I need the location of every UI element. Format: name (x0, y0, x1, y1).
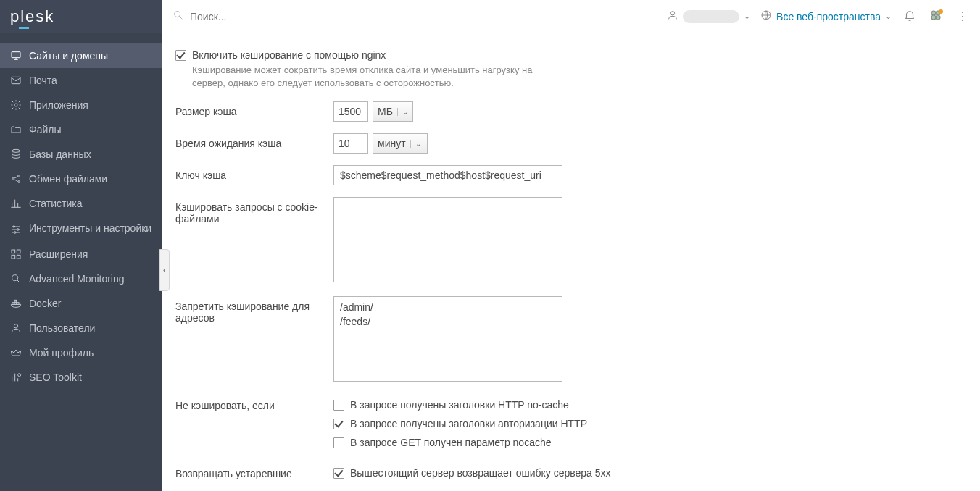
cache-size-unit-select[interactable]: МБ ⌄ (373, 101, 413, 122)
sidebar-item-10[interactable]: Docker (0, 291, 162, 316)
sidebar-item-label: Статистика (29, 198, 83, 209)
cache-key-label: Ключ кэша (175, 165, 333, 185)
notifications-button[interactable] (902, 9, 918, 25)
chevron-left-icon: ‹ (163, 265, 166, 275)
sidebar-item-5[interactable]: Обмен файлами (0, 167, 162, 191)
sidebar-item-label: Пользователи (29, 322, 95, 334)
sidebar-item-4[interactable]: Базы данных (0, 142, 162, 167)
share-icon (10, 173, 22, 185)
seo-icon (10, 372, 22, 383)
nocache-if-label: Не кэшировать, если (175, 395, 333, 452)
cache-cookies-textarea[interactable] (333, 197, 562, 282)
svg-rect-18 (14, 300, 17, 302)
nocache-opt-label-1: В запросе получены заголовки авторизации… (350, 418, 587, 429)
svg-rect-13 (17, 255, 20, 259)
svg-rect-12 (12, 255, 15, 259)
docker-icon (10, 298, 22, 309)
disable-for-textarea[interactable] (333, 296, 562, 382)
cache-timeout-label: Время ожидания кэша (175, 133, 333, 154)
sidebar-item-label: Сайты и домены (29, 50, 108, 62)
svg-point-28 (936, 15, 940, 20)
cache-size-input[interactable] (333, 101, 368, 122)
svg-rect-0 (12, 52, 20, 58)
chevron-down-icon: ⌄ (397, 108, 408, 116)
sidebar-item-0[interactable]: Сайты и домены (0, 43, 162, 68)
sidebar-item-label: Обмен файлами (29, 173, 107, 185)
more-vertical-icon: ⋮ (957, 9, 968, 23)
sidebar-item-1[interactable]: Почта (0, 68, 162, 93)
subscriptions-label: Все веб-пространства (776, 11, 881, 22)
monitor-icon (10, 50, 22, 62)
search-input[interactable] (190, 11, 393, 22)
sidebar-item-13[interactable]: SEO Toolkit (0, 365, 162, 390)
sliders-icon (10, 224, 22, 235)
nocache-opt-label-0: В запросе получены заголовки HTTP no-cac… (350, 399, 569, 411)
username-placeholder (683, 10, 739, 23)
svg-rect-11 (17, 250, 20, 253)
extensions-button[interactable] (928, 9, 944, 25)
svg-rect-1 (12, 77, 20, 83)
database-icon (10, 148, 22, 160)
sidebar-item-label: Приложения (29, 99, 88, 111)
sidebar-item-label: Расширения (29, 248, 88, 260)
stale-opt-checkbox-0[interactable] (333, 468, 344, 479)
cache-timeout-unit-select[interactable]: минут ⌄ (373, 133, 428, 154)
subscriptions-menu[interactable]: Все веб-пространства ⌄ (760, 9, 892, 23)
sidebar-item-3[interactable]: Файлы (0, 117, 162, 142)
sidebar-item-label: Почта (29, 75, 57, 86)
collapse-sidebar-toggle[interactable]: ‹ (159, 249, 170, 291)
sidebar-item-2[interactable]: Приложения (0, 93, 162, 117)
svg-point-21 (175, 12, 180, 17)
user-menu[interactable]: ⌄ (667, 9, 750, 23)
sidebar-item-12[interactable]: Мой профиль (0, 340, 162, 365)
svg-point-20 (18, 374, 21, 377)
sidebar-item-7[interactable]: Инструменты и настройки (0, 216, 162, 242)
nocache-opt-checkbox-2[interactable] (333, 437, 344, 448)
enable-caching-hint: Кэширование может сократить время отклик… (192, 64, 540, 90)
page-content: Включить кэширование с помощью nginx Кэш… (162, 33, 980, 491)
nocache-opt-label-2: В запросе GET получен параметр nocache (350, 437, 552, 448)
enable-caching-checkbox[interactable] (175, 50, 186, 61)
logo[interactable]: plesk (0, 0, 162, 33)
search-icon (173, 9, 184, 23)
chevron-down-icon: ⌄ (744, 12, 750, 21)
crown-icon (10, 347, 22, 358)
svg-point-4 (12, 178, 14, 180)
sidebar-item-6[interactable]: Статистика (0, 191, 162, 216)
disable-for-label: Запретить кэширование для адресов (175, 296, 333, 384)
svg-point-27 (931, 15, 936, 20)
user-icon (667, 9, 678, 23)
sidebar-item-label: Docker (29, 298, 61, 309)
sidebar-item-11[interactable]: Пользователи (0, 316, 162, 340)
svg-point-2 (14, 104, 17, 106)
svg-point-5 (18, 175, 20, 177)
chart-icon (10, 198, 22, 209)
sidebar-item-label: Базы данных (29, 148, 91, 160)
more-menu[interactable]: ⋮ (954, 9, 970, 25)
cache-timeout-input[interactable] (333, 133, 368, 154)
stale-opt-label-0: Вышестоящий сервер возвращает ошибку сер… (350, 467, 611, 479)
nocache-opt-checkbox-1[interactable] (333, 419, 344, 429)
globe-icon (760, 9, 772, 23)
grid-icon (10, 248, 22, 260)
sidebar-nav: Сайты и доменыПочтаПриложенияФайлыБазы д… (0, 33, 162, 390)
cache-size-label: Размер кэша (175, 101, 333, 122)
nocache-opt-checkbox-0[interactable] (333, 400, 344, 411)
sidebar: plesk Сайты и доменыПочтаПриложенияФайлы… (0, 0, 162, 491)
sidebar-item-label: Мой профиль (29, 347, 94, 358)
sidebar-item-8[interactable]: Расширения (0, 242, 162, 267)
svg-point-23 (670, 12, 674, 15)
svg-line-22 (180, 17, 182, 19)
sidebar-item-9[interactable]: Advanced Monitoring (0, 267, 162, 291)
cache-key-input[interactable] (333, 165, 562, 185)
topbar: ⌄ Все веб-пространства ⌄ ⋮ (162, 0, 980, 33)
svg-point-14 (12, 275, 18, 281)
sidebar-item-label: Файлы (29, 124, 61, 135)
user-icon (10, 322, 22, 334)
stale-label: Возвращать устаревшие (175, 463, 333, 482)
sidebar-item-label: Инструменты и настройки (29, 222, 151, 234)
chevron-down-icon: ⌄ (885, 12, 892, 21)
svg-point-3 (12, 149, 20, 152)
enable-caching-label: Включить кэширование с помощью nginx (192, 49, 386, 61)
folder-icon (10, 124, 22, 135)
